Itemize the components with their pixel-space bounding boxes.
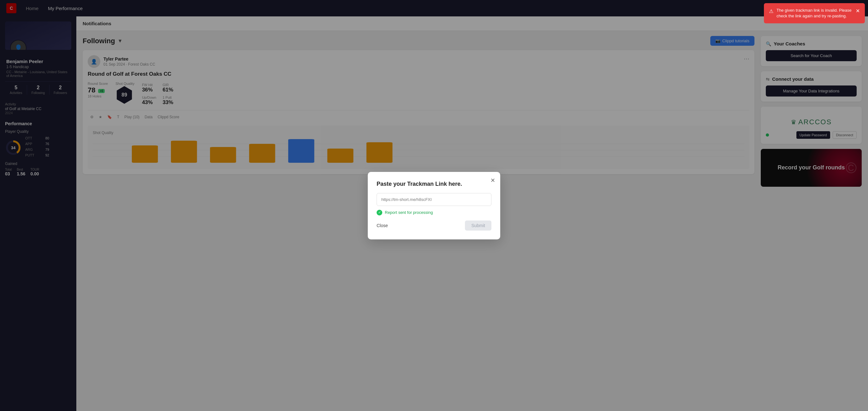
trackman-link-input[interactable] — [377, 193, 491, 206]
success-message: ✓ Report sent for processing — [377, 210, 491, 215]
success-text: Report sent for processing — [385, 210, 433, 215]
toast-warning-icon: ⚠ — [769, 8, 773, 15]
success-check-icon: ✓ — [377, 210, 382, 215]
modal-footer: Close Submit — [377, 220, 491, 230]
modal-submit-button[interactable]: Submit — [465, 220, 491, 230]
toast-close-button[interactable]: ✕ — [856, 7, 860, 14]
trackman-modal: Paste your Trackman Link here. ✕ ✓ Repor… — [368, 172, 500, 240]
error-toast: ⚠ The given trackman link is invalid. Pl… — [764, 3, 865, 23]
modal-title: Paste your Trackman Link here. — [377, 181, 491, 187]
modal-overlay[interactable]: Paste your Trackman Link here. ✕ ✓ Repor… — [0, 0, 868, 411]
toast-message: The given trackman link is invalid. Plea… — [777, 7, 852, 19]
modal-close-x-button[interactable]: ✕ — [491, 177, 495, 184]
modal-close-button[interactable]: Close — [377, 223, 388, 228]
